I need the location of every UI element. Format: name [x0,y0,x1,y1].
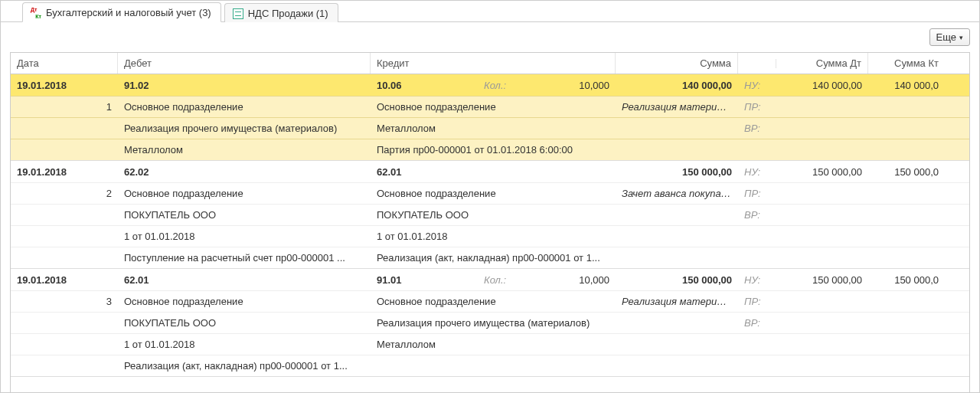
col-sum-dt[interactable]: Сумма Дт [776,53,868,74]
col-credit[interactable]: Кредит [371,53,616,74]
cell-debit-acc: 62.02 [118,162,371,182]
col-debit[interactable]: Дебет [118,53,371,74]
dtkt-icon [31,8,41,18]
cell-tag-nu: НУ: [738,162,776,182]
sheet-icon [233,8,243,19]
more-button[interactable]: Еще ▾ [929,28,970,46]
cell-debit-line: Поступление на расчетный счет пр00-00000… [118,247,371,268]
cell-sum: 150 000,00 [616,270,738,290]
cell-tag-vr: ВР: [738,205,776,225]
cell-qty: 10,000 [524,270,616,290]
cell-credit-line: Основное подразделение [371,97,616,117]
cell-sum-kt: 150 000,0 [868,270,945,290]
cell-date: 19.01.2018 [11,162,118,182]
cell-debit-line: ПОКУПАТЕЛЬ ООО [118,313,371,333]
cell-credit-line: Реализация прочего имущества (материалов… [371,313,616,333]
col-date[interactable]: Дата [11,53,118,74]
cell-note: Реализация материалов [616,97,738,117]
cell-date: 19.01.2018 [11,270,118,290]
cell-debit-acc: 62.01 [118,270,371,290]
toolbar: Еще ▾ [1,22,979,52]
cell-credit-line: Партия пр00-000001 от 01.01.2018 6:00:00 [371,139,616,160]
cell-credit-acc: 91.01 [371,270,478,290]
cell-credit-line: Реализация (акт, накладная) пр00-000001 … [371,247,616,268]
cell-credit-line: ПОКУПАТЕЛЬ ООО [371,205,616,225]
cell-debit-line: 1 от 01.01.2018 [118,226,371,247]
cell-tag-pr: ПР: [738,183,776,204]
table-row[interactable]: 19.01.201862.0262.01150 000,00НУ:150 000… [11,161,969,269]
cell-debit-line: Основное подразделение [118,291,371,312]
chevron-down-icon: ▾ [959,34,963,41]
tab-accounting[interactable]: Бухгалтерский и налоговый учет (3) [22,2,221,22]
more-label: Еще [936,31,956,43]
cell-tag-pr: ПР: [738,97,776,117]
table-row[interactable]: 19.01.201891.0210.06Кол.:10,000140 000,0… [11,74,969,161]
cell-note: Реализация материалов [616,291,738,312]
cell-qty-label: Кол.: [478,75,524,96]
cell-tag-pr: ПР: [738,291,776,312]
cell-qty [524,167,616,176]
cell-qty: 10,000 [524,75,616,96]
cell-credit-acc: 62.01 [371,162,478,182]
cell-debit-line: Металлолом [118,139,371,160]
cell-credit-line: Металлолом [371,118,616,139]
app-window: Бухгалтерский и налоговый учет (3) НДС П… [0,0,980,393]
cell-sum-kt: 150 000,0 [868,162,945,182]
cell-credit-line: Основное подразделение [371,183,616,204]
cell-tag-vr: ВР: [738,118,776,139]
tab-label: Бухгалтерский и налоговый учет (3) [46,7,211,18]
cell-debit-line: ПОКУПАТЕЛЬ ООО [118,205,371,225]
col-tag [738,59,776,68]
cell-sum-dt: 140 000,00 [776,75,868,96]
cell-index: 1 [11,97,118,117]
cell-debit-line: Реализация прочего имущества (материалов… [118,118,371,139]
cell-sum: 150 000,00 [616,162,738,182]
cell-credit-acc: 10.06 [371,75,478,96]
cell-credit-line: Основное подразделение [371,291,616,312]
cell-note: Зачет аванса покупателя [616,183,738,204]
grid-body[interactable]: 19.01.201891.0210.06Кол.:10,000140 000,0… [11,74,969,393]
postings-grid: Дата Дебет Кредит Сумма Сумма Дт Сумма К… [10,52,970,393]
table-row[interactable]: 19.01.201862.0191.01Кол.:10,000150 000,0… [11,269,969,377]
cell-sum: 140 000,00 [616,75,738,96]
cell-debit-line: Основное подразделение [118,183,371,204]
cell-debit-line: 1 от 01.01.2018 [118,334,371,355]
cell-debit-line: Основное подразделение [118,97,371,117]
cell-tag-vr: ВР: [738,313,776,333]
tab-vat-sales[interactable]: НДС Продажи (1) [224,3,338,22]
cell-credit-line: 1 от 01.01.2018 [371,226,616,247]
cell-tag-nu: НУ: [738,75,776,96]
cell-tag-nu: НУ: [738,270,776,290]
tab-label: НДС Продажи (1) [248,8,328,19]
cell-sum-kt: 140 000,0 [868,75,945,96]
cell-sum-dt: 150 000,00 [776,270,868,290]
cell-qty-label: Кол.: [478,270,524,290]
cell-index: 3 [11,291,118,312]
cell-qty-label [478,167,524,176]
cell-debit-acc: 91.02 [118,75,371,96]
cell-credit-line [371,362,616,371]
col-sum[interactable]: Сумма [616,53,738,74]
cell-credit-line: Металлолом [371,334,616,355]
col-sum-kt[interactable]: Сумма Кт [868,53,945,74]
cell-date: 19.01.2018 [11,75,118,96]
cell-debit-line: Реализация (акт, накладная) пр00-000001 … [118,355,371,376]
cell-sum-dt: 150 000,00 [776,162,868,182]
cell-index: 2 [11,183,118,204]
tab-bar: Бухгалтерский и налоговый учет (3) НДС П… [1,1,979,22]
grid-header: Дата Дебет Кредит Сумма Сумма Дт Сумма К… [11,53,969,74]
